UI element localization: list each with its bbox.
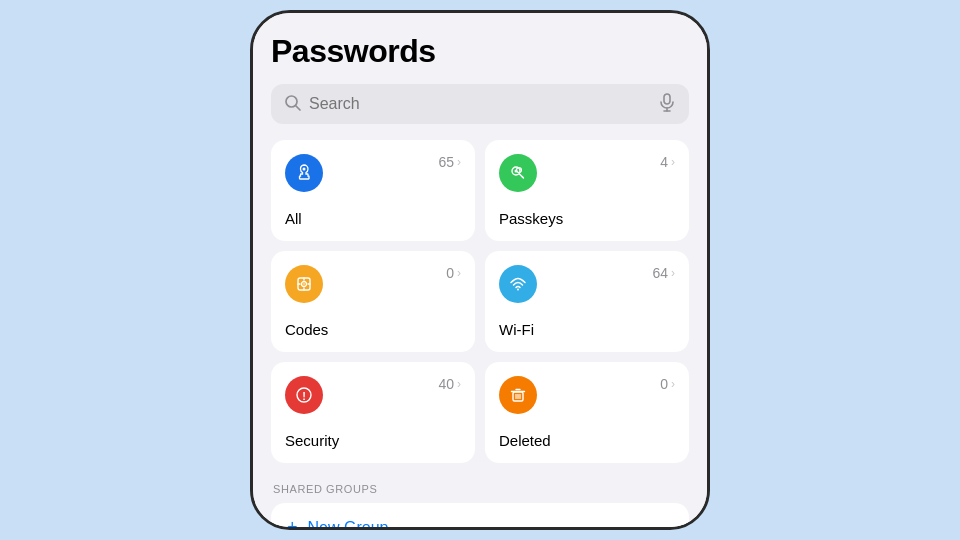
passkeys-count: 4: [660, 154, 668, 170]
search-icon: [283, 93, 303, 116]
svg-point-11: [303, 283, 305, 285]
search-bar[interactable]: [271, 84, 689, 124]
new-group-label: New Group: [308, 519, 389, 528]
codes-count: 0: [446, 265, 454, 281]
card-security-top: ! 40 ›: [285, 376, 461, 414]
card-all-top: 65 ›: [285, 154, 461, 192]
all-chevron: ›: [457, 155, 461, 169]
all-count: 65: [438, 154, 454, 170]
deleted-label: Deleted: [499, 432, 675, 449]
card-security[interactable]: ! 40 › Security: [271, 362, 475, 463]
page-title: Passwords: [271, 33, 689, 70]
mic-icon[interactable]: [657, 92, 677, 116]
card-wifi-top: 64 ›: [499, 265, 675, 303]
screen: Passwords: [253, 13, 707, 527]
svg-rect-2: [664, 94, 670, 104]
card-passkeys-top: 4 ›: [499, 154, 675, 192]
search-input[interactable]: [309, 95, 651, 113]
card-codes-top: 0 ›: [285, 265, 461, 303]
passkeys-count-wrap: 4 ›: [660, 154, 675, 170]
all-count-wrap: 65 ›: [438, 154, 461, 170]
all-label: All: [285, 210, 461, 227]
security-count-wrap: 40 ›: [438, 376, 461, 392]
all-icon: [285, 154, 323, 192]
card-deleted[interactable]: 0 › Deleted: [485, 362, 689, 463]
phone-frame: Passwords: [250, 10, 710, 530]
svg-line-1: [296, 105, 301, 110]
deleted-count-wrap: 0 ›: [660, 376, 675, 392]
passkeys-chevron: ›: [671, 155, 675, 169]
wifi-label: Wi-Fi: [499, 321, 675, 338]
shared-groups-title: SHARED GROUPS: [271, 483, 689, 495]
content: Passwords: [253, 13, 707, 527]
card-all[interactable]: 65 › All: [271, 140, 475, 241]
deleted-chevron: ›: [671, 377, 675, 391]
card-codes[interactable]: 0 › Codes: [271, 251, 475, 352]
new-group-card[interactable]: + New Group: [271, 503, 689, 527]
card-wifi[interactable]: 64 › Wi-Fi: [485, 251, 689, 352]
codes-icon: [285, 265, 323, 303]
codes-label: Codes: [285, 321, 461, 338]
security-count: 40: [438, 376, 454, 392]
card-deleted-top: 0 ›: [499, 376, 675, 414]
passkeys-icon: [499, 154, 537, 192]
svg-point-12: [517, 289, 519, 291]
codes-count-wrap: 0 ›: [446, 265, 461, 281]
security-chevron: ›: [457, 377, 461, 391]
svg-text:!: !: [302, 390, 306, 402]
shared-groups-section: SHARED GROUPS + New Group: [271, 483, 689, 527]
security-label: Security: [285, 432, 461, 449]
codes-chevron: ›: [457, 266, 461, 280]
wifi-chevron: ›: [671, 266, 675, 280]
passkeys-label: Passkeys: [499, 210, 675, 227]
cards-grid: 65 › All: [271, 140, 689, 463]
wifi-count-wrap: 64 ›: [652, 265, 675, 281]
plus-icon: +: [287, 517, 298, 527]
deleted-count: 0: [660, 376, 668, 392]
wifi-count: 64: [652, 265, 668, 281]
deleted-icon: [499, 376, 537, 414]
wifi-icon: [499, 265, 537, 303]
card-passkeys[interactable]: 4 › Passkeys: [485, 140, 689, 241]
security-icon: !: [285, 376, 323, 414]
svg-point-5: [303, 168, 306, 171]
